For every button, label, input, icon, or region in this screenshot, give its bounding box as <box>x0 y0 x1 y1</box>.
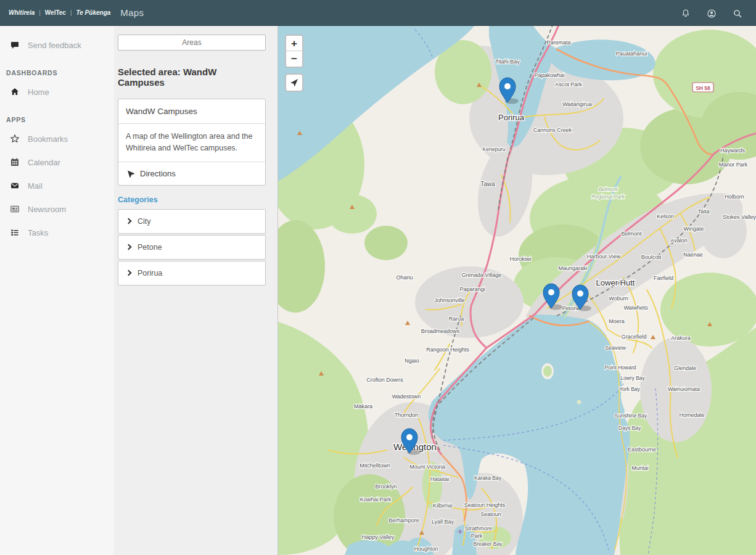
sidebar-item-newsroom[interactable]: Newsroom <box>0 197 114 221</box>
map-label: Moera <box>609 318 625 324</box>
locate-icon <box>289 78 299 88</box>
zoom-out-button[interactable]: − <box>286 51 302 67</box>
map-label: Boulcott <box>641 254 662 260</box>
map-container: ✈ SH 58 ParemataPauatahanuiTitahi BayPap… <box>277 26 756 555</box>
map-label: Broadmeadows <box>421 328 460 334</box>
map-label: Porirua <box>498 113 525 122</box>
map-label: Woburn <box>609 295 628 302</box>
bell-icon <box>681 8 691 18</box>
map-label: Cannons Creek <box>533 127 572 133</box>
map-label: Mitchelltown <box>360 462 390 469</box>
map-label: Sunshine Bay <box>615 413 647 419</box>
locate-button[interactable] <box>285 73 303 92</box>
bookmarks-icon <box>10 134 20 144</box>
sidebar-item-mail[interactable]: Mail <box>0 174 114 197</box>
notifications-button[interactable] <box>681 8 691 18</box>
category-item-city[interactable]: City <box>118 209 266 234</box>
shield-layer: SH 58 <box>692 83 713 92</box>
category-item-porirua[interactable]: Porirua <box>118 261 266 286</box>
sidebar-item-bookmarks[interactable]: Bookmarks <box>0 127 114 150</box>
home-icon <box>10 87 20 97</box>
map-label: Avalon <box>670 237 687 244</box>
area-panel: Areas Selected area: WandW Campuses Wand… <box>114 26 277 555</box>
directions-label: Directions <box>140 169 176 178</box>
map-label: Homedale <box>679 412 704 418</box>
map-label: Haywards <box>720 147 746 154</box>
map-label: Muritai <box>631 465 648 471</box>
map-label: Waitangirua <box>562 101 592 107</box>
search-icon <box>733 8 742 18</box>
section-apps: APPS <box>0 104 114 127</box>
directions-button[interactable]: Directions <box>118 162 265 185</box>
calendar-icon <box>10 157 20 167</box>
categories-link[interactable]: Categories <box>118 195 266 204</box>
map-label: Kelson <box>657 213 674 220</box>
map-label: Ascot Park <box>555 81 582 88</box>
map-label: Holborn <box>725 194 744 200</box>
send-feedback-button[interactable]: Send feedback <box>0 33 114 57</box>
map-label: Wadestown <box>392 393 421 400</box>
svg-text:SH 58: SH 58 <box>696 85 710 91</box>
area-card: WandW Campuses A map of the Wellington a… <box>118 99 266 186</box>
area-card-description: A map of the Wellington area and the Whi… <box>118 123 265 162</box>
map-label: Ngaio <box>405 358 419 364</box>
logo-separator: | <box>70 9 72 16</box>
map-label: Titahi Bay <box>495 59 520 65</box>
map-label: Grenada Village <box>462 272 501 278</box>
map-label: Harbour View <box>587 253 621 260</box>
map-label: Happy Valley <box>362 534 395 540</box>
topbar: Whitireia | WelTec | Te Pūkenga Maps <box>0 0 756 26</box>
chevron-right-icon <box>126 218 132 224</box>
category-item-petone[interactable]: Petone <box>118 235 266 260</box>
map-label: Breaker Bay <box>474 541 503 547</box>
map-label: Stokes Valley <box>723 214 756 220</box>
send-feedback-label: Send feedback <box>28 41 81 50</box>
search-button[interactable] <box>733 8 742 18</box>
te-pukenga-logo: Te Pūkenga <box>76 9 111 16</box>
user-icon <box>707 8 717 18</box>
logo-group[interactable]: Whitireia | WelTec | Te Pūkenga <box>0 9 110 16</box>
chevron-right-icon <box>126 270 132 276</box>
map-label: Belmont <box>598 186 618 192</box>
whitireia-logo: Whitireia <box>9 9 35 16</box>
map-label: York Bay <box>619 386 640 392</box>
map-label: Days Bay <box>618 425 641 431</box>
map-label: Paparangi <box>459 286 485 292</box>
topbar-actions <box>681 8 756 18</box>
map-label: Seatoun Heights <box>464 502 506 508</box>
categories-list: City Petone Porirua <box>118 209 266 286</box>
map-label: Waiwhetū <box>623 305 647 311</box>
map-label: Raroa <box>449 316 464 322</box>
sidebar-item-tasks[interactable]: Tasks <box>0 221 114 244</box>
sidebar-item-calendar[interactable]: Calendar <box>0 150 114 174</box>
section-dashboards: DASHBOARDS <box>0 57 114 80</box>
map-label: Strathmore <box>465 525 493 532</box>
map-label: Tawa <box>480 181 495 187</box>
map-label: Belmont <box>621 231 642 237</box>
map-label: Lower Hutt <box>596 278 635 287</box>
map-label: Eastbourne <box>628 446 656 453</box>
areas-button[interactable]: Areas <box>118 35 266 51</box>
map-label: Houghton <box>414 546 438 552</box>
map-label: Park <box>471 533 483 539</box>
map-label: Wainuiomata <box>668 386 700 392</box>
sidebar: Send feedback DASHBOARDS Home APPS Bookm… <box>0 26 114 555</box>
zoom-in-button[interactable]: + <box>286 36 302 51</box>
map-label: Wingate <box>683 226 704 232</box>
sidebar-item-label: Home <box>28 88 49 97</box>
map-label: Mākara <box>354 403 372 409</box>
feedback-icon <box>10 40 20 50</box>
directions-icon <box>126 169 134 178</box>
sidebar-item-label: Tasks <box>28 228 48 237</box>
map-label: Pauatahanui <box>616 51 647 57</box>
sidebar-item-label: Bookmarks <box>28 134 68 144</box>
map-label: Regional Park <box>591 194 625 200</box>
map-label: Berhampore <box>388 517 419 524</box>
sidebar-item-home[interactable]: Home <box>0 80 114 104</box>
account-button[interactable] <box>707 8 717 18</box>
map-canvas[interactable]: ✈ SH 58 ParemataPauatahanuiTitahi BayPap… <box>278 26 756 555</box>
map-label: Glendale <box>674 365 696 371</box>
tasks-icon <box>10 228 20 237</box>
map-label: Fairfield <box>654 275 673 281</box>
page-title: Maps <box>120 7 144 18</box>
